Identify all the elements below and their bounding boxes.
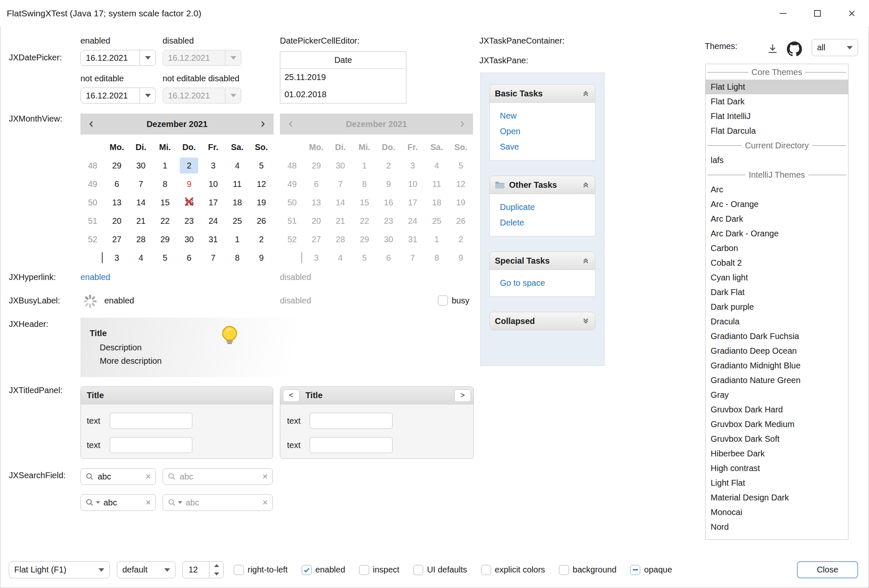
calendar-day[interactable]: 2 xyxy=(177,156,202,175)
datepicker-dropdown-button[interactable] xyxy=(140,50,155,65)
calendar-day[interactable]: 17 xyxy=(201,193,225,212)
theme-item-cobalt-2[interactable]: Cobalt 2 xyxy=(706,256,848,270)
calendar-day[interactable]: 14 xyxy=(129,193,153,212)
theme-item-arc[interactable]: Arc xyxy=(706,182,848,197)
theme-item-dark-flat[interactable]: Dark Flat xyxy=(706,285,848,300)
calendar-day[interactable]: 9 xyxy=(177,175,202,193)
calendar-day[interactable]: 30 xyxy=(129,156,153,175)
theme-item-gruvbox-dark-soft[interactable]: Gruvbox Dark Soft xyxy=(706,432,848,446)
clear-icon[interactable]: ✕ xyxy=(145,498,151,507)
font-combo[interactable]: default xyxy=(117,561,176,578)
checkbox-background[interactable]: background xyxy=(559,565,617,575)
calendar-day[interactable]: 31 xyxy=(201,230,225,249)
calendar-day[interactable]: 8 xyxy=(153,175,177,193)
calendar-day[interactable]: 26 xyxy=(249,212,274,230)
theme-item-high-contrast[interactable]: High contrast xyxy=(706,461,848,476)
calendar-day[interactable]: 21 xyxy=(129,212,153,230)
theme-item-light-flat[interactable]: Light Flat xyxy=(706,476,848,490)
searchfield-1[interactable]: abc ✕ xyxy=(80,468,156,485)
calendar-day[interactable]: 6 xyxy=(177,249,202,267)
checkbox-enabled[interactable]: enabled xyxy=(302,565,345,575)
theme-item-cyan-light[interactable]: Cyan light xyxy=(706,270,848,285)
calendar-day[interactable]: 30 xyxy=(177,230,202,249)
calendar-day[interactable]: 3 xyxy=(201,156,225,175)
calendar-day[interactable]: 5 xyxy=(249,156,274,175)
taskpane-title[interactable]: Other Tasks xyxy=(489,176,595,194)
theme-item-hiberbee-dark[interactable]: Hiberbee Dark xyxy=(706,446,848,461)
calendar-day[interactable]: 7 xyxy=(129,175,153,193)
text-field-1[interactable] xyxy=(110,413,192,429)
calendar-day[interactable]: 16✕ xyxy=(177,193,202,212)
calendar-day[interactable]: 7 xyxy=(201,249,225,267)
calendar-day[interactable]: 4 xyxy=(225,156,250,175)
theme-item-flat-dark[interactable]: Flat Dark xyxy=(706,94,848,109)
datepicker-not-editable[interactable]: 16.12.2021 xyxy=(80,88,156,104)
checkbox-right-to-left[interactable]: right-to-left xyxy=(234,565,288,575)
close-window-button[interactable] xyxy=(835,0,869,26)
spinner-down-button[interactable] xyxy=(209,570,223,578)
calendar-day[interactable]: 10 xyxy=(201,175,225,193)
calendar-day[interactable]: 29 xyxy=(105,156,129,175)
calendar-day[interactable]: 23 xyxy=(177,212,202,230)
checkbox-inspect[interactable]: inspect xyxy=(359,565,399,575)
calendar-day[interactable]: 20 xyxy=(105,212,129,230)
calendar-day[interactable]: 22 xyxy=(153,212,177,230)
titledpanel-next-button[interactable]: > xyxy=(454,389,471,402)
text-field-3[interactable] xyxy=(310,413,393,429)
checkbox-box[interactable] xyxy=(302,565,312,575)
taskpane-link-new[interactable]: New xyxy=(490,108,595,124)
titledpanel-prev-button[interactable]: < xyxy=(283,389,300,402)
calendar-day[interactable]: 9 xyxy=(249,249,274,267)
taskpane-link-save[interactable]: Save xyxy=(490,139,595,155)
theme-item-dark-purple[interactable]: Dark purple xyxy=(706,300,848,314)
next-month-button[interactable] xyxy=(252,114,274,135)
calendar-day[interactable]: 24 xyxy=(201,212,225,230)
calendar-day[interactable]: 2 xyxy=(249,230,274,249)
theme-item-arc-orange[interactable]: Arc - Orange xyxy=(706,197,848,212)
searchfield-3[interactable]: abc ✕ xyxy=(80,494,156,511)
calendar-day[interactable]: 29 xyxy=(153,230,177,249)
theme-item-flat-intellij[interactable]: Flat IntelliJ xyxy=(706,109,848,124)
theme-item-arc-dark[interactable]: Arc Dark xyxy=(706,212,848,226)
table-row[interactable]: 01.02.2018 xyxy=(280,86,406,103)
hyperlink-enabled[interactable]: enabled xyxy=(80,272,110,282)
theme-item-gradianto-nature-green[interactable]: Gradianto Nature Green xyxy=(706,373,848,388)
calendar-day[interactable]: 1 xyxy=(153,156,177,175)
taskpane-title[interactable]: Collapsed xyxy=(489,312,595,330)
theme-item-monocai[interactable]: Monocai xyxy=(706,505,848,520)
theme-item-lafs[interactable]: lafs xyxy=(706,153,848,168)
calendar-day[interactable]: 6 xyxy=(105,175,129,193)
theme-item-gradianto-deep-ocean[interactable]: Gradianto Deep Ocean xyxy=(706,344,848,358)
theme-item-gruvbox-dark-medium[interactable]: Gruvbox Dark Medium xyxy=(706,417,848,432)
checkbox-box[interactable] xyxy=(630,565,640,575)
taskpane-title[interactable]: Basic Tasks xyxy=(489,84,595,103)
theme-item-gruvbox-dark-hard[interactable]: Gruvbox Dark Hard xyxy=(706,402,848,417)
checkbox-explicit-colors[interactable]: explicit colors xyxy=(481,565,545,575)
checkbox-opaque[interactable]: opaque xyxy=(630,565,672,575)
checkbox-box[interactable] xyxy=(481,565,491,575)
checkbox-busy[interactable]: busy xyxy=(438,295,469,306)
theme-item-gradianto-midnight-blue[interactable]: Gradianto Midnight Blue xyxy=(706,358,848,373)
table-row[interactable]: 25.11.2019 xyxy=(280,69,406,86)
theme-item-arc-dark-orange[interactable]: Arc Dark - Orange xyxy=(706,226,848,241)
checkbox-ui-defaults[interactable]: UI defaults xyxy=(413,565,467,575)
themes-filter-combo[interactable]: all xyxy=(812,39,858,56)
download-themes-button[interactable] xyxy=(765,42,780,56)
lookandfeel-combo[interactable]: Flat Light (F1) xyxy=(9,561,110,578)
calendar-day[interactable]: 3 xyxy=(105,249,129,267)
checkbox-box[interactable] xyxy=(234,565,244,575)
minimize-button[interactable] xyxy=(766,0,800,26)
calendar-day[interactable]: 13 xyxy=(105,193,129,212)
calendar-day[interactable]: 4 xyxy=(129,249,153,267)
taskpane-title[interactable]: Special Tasks xyxy=(489,251,595,270)
calendar-day[interactable]: 5 xyxy=(153,249,177,267)
calendar-day[interactable]: 11 xyxy=(225,175,250,193)
datepicker-enabled[interactable]: 16.12.2021 xyxy=(80,50,156,66)
checkbox-box[interactable] xyxy=(438,295,448,306)
text-field-2[interactable] xyxy=(110,437,192,453)
calendar-day[interactable]: 27 xyxy=(105,230,129,249)
spinner-up-button[interactable] xyxy=(209,562,223,570)
text-field-4[interactable] xyxy=(310,437,393,453)
taskpane-link-duplicate[interactable]: Duplicate xyxy=(490,199,595,215)
calendar-day[interactable]: 25 xyxy=(225,212,250,230)
